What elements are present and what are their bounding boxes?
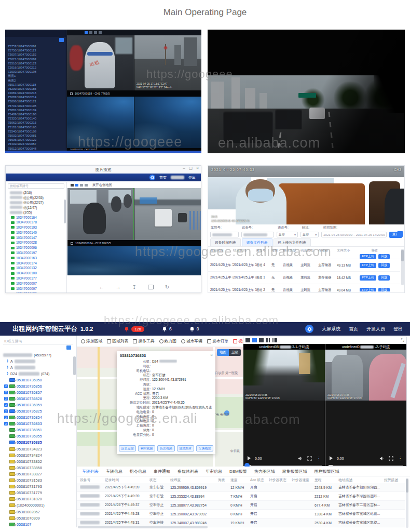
vehicle-list-item[interactable]: 053810733858 [0, 464, 76, 471]
toolbar-item[interactable]: 城市车辆 [181, 338, 202, 344]
expand-map-label[interactable]: 展开右侧地图 [92, 183, 112, 188]
channel-list-item[interactable]: 75510/10347000123 [5, 61, 66, 65]
expand-icon[interactable]: ⌜⌟ [401, 338, 404, 342]
tree-node[interactable]: 组(12/47) [6, 205, 66, 210]
download-icon[interactable]: ↧ [132, 284, 136, 290]
scrollbar[interactable] [401, 249, 404, 285]
layout-icon[interactable] [71, 184, 74, 187]
channel-list-item[interactable]: 75209/10347000185 [5, 87, 66, 91]
channel-list-item[interactable]: 75403/10347000057 [5, 142, 66, 146]
channel-list-item[interactable]: 75320/10347000140 [5, 116, 66, 121]
vehicle-list-item[interactable]: 053810733827 [0, 471, 76, 477]
progress-bar[interactable] [247, 465, 322, 466]
device-list-item[interactable]: 10347000120 [6, 291, 66, 292]
vehicle-search-input[interactable]: ID或车牌号 [3, 338, 73, 344]
popup-action-button[interactable]: 车辆概览 [196, 445, 213, 451]
video-player[interactable]: undefined0-2-子码流 2021/04/25 16:47:35 N43… [325, 344, 406, 466]
channel-list-item[interactable]: 75540/10347000108 [5, 129, 66, 134]
table-row[interactable]: 2021/4/25上午 7:42:262021/4/25上午 7:45:27通道… [208, 272, 400, 284]
popup-action-button[interactable]: 历史视频 [157, 445, 174, 451]
layout-9-icon[interactable] [266, 338, 270, 342]
search-input[interactable]: 按组或车牌号 [8, 183, 64, 189]
tree-group[interactable]: ❮A [0, 358, 76, 364]
tab-item[interactable]: 围栏报警区域 [315, 469, 339, 474]
vehicle-list-item[interactable]: 053810736850 [0, 377, 76, 383]
tree-expand-icon[interactable]: ❮ [6, 360, 9, 363]
channel-filter-button[interactable] [59, 38, 64, 42]
channel-list-item[interactable]: 75750/10347000113 [5, 48, 66, 52]
table-row[interactable]: 2021/4/25下午4:49:28空车停止125.390002,43.9790… [77, 510, 405, 518]
tab-item[interactable]: 年审信息 [206, 469, 222, 474]
scrollbar[interactable] [406, 478, 408, 528]
playback-button[interactable]: 回放 [378, 275, 390, 281]
tree-node[interactable]: (3/55) [6, 210, 66, 215]
device-list-item[interactable]: 10347000140 [6, 230, 66, 235]
layout-icon[interactable] [85, 184, 88, 187]
tree-group[interactable]: ❮D24(074) [0, 370, 76, 377]
toolbar-item[interactable]: 添加区域 [81, 338, 102, 344]
tree-expand-icon[interactable]: ❮ [6, 366, 9, 369]
vehicle-list-item[interactable]: (102400000001) [0, 502, 76, 509]
toolbar-item[interactable]: 热力图 [159, 338, 176, 344]
table-row[interactable]: 2021/4/25上午 7:42:292021/4/25上午 7:45:29通道… [208, 284, 400, 291]
device-input[interactable] [241, 232, 274, 237]
camera-feed-road[interactable] [134, 188, 201, 240]
channel-list-item[interactable]: 75881/10347000134 [5, 108, 66, 112]
play-icon[interactable] [248, 456, 251, 460]
nav-item[interactable]: 登出 [393, 326, 403, 332]
fullscreen-icon[interactable] [389, 456, 393, 461]
vehicle-list-item[interactable]: 053810733852 [0, 458, 76, 464]
layout-icon[interactable] [99, 31, 102, 34]
satellite-mode-button[interactable]: 卫星 [229, 349, 241, 356]
camera-feed-cabin[interactable] [67, 188, 134, 240]
device-list-item[interactable]: 10347000007 [6, 281, 66, 286]
tree-node[interactable]: 组公司(22/35) [6, 195, 66, 201]
playback-button[interactable]: 回放 [378, 254, 390, 259]
popup-action-button[interactable]: 历史追踪 [119, 445, 136, 451]
device-list-item[interactable]: 10347000028 [6, 240, 66, 245]
table-row[interactable]: 2021/4/25下午4:49:39空车行驶125.255324,43.8899… [77, 492, 405, 501]
progress-bar[interactable] [329, 465, 403, 466]
playback-button[interactable]: 回放 [378, 288, 390, 292]
tree-settings-icon[interactable] [66, 345, 71, 350]
vehicle-list-item[interactable]: 053810731583 [0, 477, 76, 484]
tab-item[interactable]: 指令信息 [130, 469, 146, 474]
ftp-upload-button[interactable]: FTP上传 [360, 263, 376, 268]
tab-item[interactable]: DSM报警 [229, 469, 247, 474]
nav-item[interactable]: 大屏系统 [322, 326, 340, 332]
layout-4-icon[interactable] [252, 338, 257, 342]
layout-icon[interactable] [80, 184, 83, 187]
device-list-item[interactable]: 10347000096 [6, 245, 66, 250]
channel-list-item[interactable]: 75002/10347000081 [5, 134, 66, 138]
vehicle-list-item[interactable]: 053810734824 [0, 452, 76, 458]
tab-active[interactable]: 车辆列表 [82, 469, 99, 474]
map[interactable]: 科大学口诊所 第一医院吉林省广电 电视塔中日联 地图 卫星 0538107368… [77, 347, 243, 467]
vehicle-list-item[interactable]: 2053810736828 [0, 395, 76, 402]
camera-feed-idle[interactable] [67, 246, 201, 275]
tree-expand-icon[interactable]: ❮ [6, 372, 9, 376]
tree-group[interactable]: ❮A [0, 364, 76, 370]
vehicle-list-item[interactable]: 2053810736859 [0, 402, 76, 408]
popup-action-button[interactable]: 预览图片 [177, 445, 194, 451]
vehicle-list-item[interactable]: 053810736835 [0, 440, 76, 446]
channel-list-item[interactable]: 75701/10347000105 [5, 104, 66, 108]
layout-icon[interactable] [85, 31, 88, 34]
table-row[interactable]: 2021/4/25下午4:49:39空车行驶125.299959,43.8599… [77, 483, 405, 492]
layout-icon[interactable] [94, 31, 97, 34]
channel-list-item[interactable]: 75131/10347000165 [5, 125, 66, 129]
channel-list-item[interactable]: 75489/10347000198 [5, 112, 66, 116]
tab-item[interactable]: 聚集报警区域 [282, 469, 307, 474]
nav-home[interactable]: 首页 [159, 175, 167, 180]
device-list-item[interactable]: 10347000193 [6, 225, 66, 230]
camera-feed-idle[interactable] [67, 97, 134, 148]
gear-icon[interactable] [305, 325, 313, 333]
more-icon[interactable]: ⋮ [317, 456, 321, 461]
vehicle-list-item[interactable]: 053810734823 [0, 446, 76, 452]
ftp-upload-button[interactable]: FTP上传 [360, 275, 376, 281]
device-list-item[interactable]: 10347000164 [6, 215, 66, 220]
channel-list-item[interactable]: 75017/10347000118 [5, 83, 66, 87]
tab-item[interactable]: 多媒体列表 [177, 469, 198, 474]
device-list-item[interactable]: 10347000163 [6, 256, 66, 261]
vehicle-list-item[interactable]: 053810731793 [0, 484, 76, 490]
more-icon[interactable]: ⋮ [398, 456, 402, 461]
